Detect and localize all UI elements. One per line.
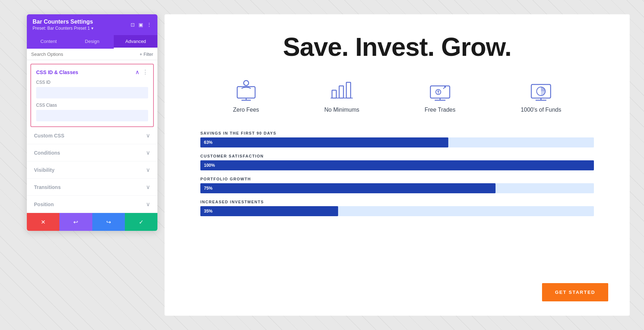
- section-transitions-header[interactable]: Transitions ∨: [27, 179, 157, 195]
- bar-chart-icon: [329, 79, 354, 101]
- redo-icon: ↪: [106, 219, 111, 225]
- panel-title: Bar Counters Settings: [33, 19, 93, 25]
- panel-header-left: Bar Counters Settings Preset: Bar Counte…: [33, 19, 93, 31]
- css-id-input[interactable]: [36, 87, 148, 98]
- filter-plus: +: [140, 52, 142, 57]
- visibility-expand-icon[interactable]: ∨: [146, 166, 150, 173]
- section-conditions-title: Conditions: [34, 150, 60, 156]
- section-css-id-title: CSS ID & Classes: [36, 69, 78, 75]
- panel-search: + Filter: [27, 49, 157, 60]
- section-transitions: Transitions ∨: [27, 179, 157, 196]
- cancel-button[interactable]: ✕: [27, 213, 59, 231]
- conditions-expand-icon[interactable]: ∨: [146, 149, 150, 156]
- svg-rect-6: [346, 82, 351, 98]
- search-input[interactable]: [31, 52, 140, 57]
- css-id-label: CSS ID: [36, 80, 148, 85]
- bar-track-investments: 35%: [200, 206, 594, 216]
- section-css-id-content: CSS ID CSS Class: [31, 80, 153, 126]
- bar-track-portfolio: 75%: [200, 183, 594, 193]
- save-icon: ✓: [139, 219, 143, 225]
- panel-preset-arrow[interactable]: ▾: [91, 26, 93, 31]
- svg-rect-4: [332, 90, 336, 98]
- tab-advanced[interactable]: Advanced: [114, 35, 157, 49]
- panel-scroll[interactable]: CSS ID & Classes ∧ ⋮ CSS ID CSS Class Cu…: [27, 60, 157, 213]
- bar-track-satisfaction: 100%: [200, 160, 594, 170]
- section-visibility: Visibility ∨: [27, 161, 157, 179]
- panel-bottom-bar: ✕ ↩ ↪ ✓: [27, 213, 157, 231]
- position-expand-icon[interactable]: ∨: [146, 201, 150, 208]
- section-visibility-header[interactable]: Visibility ∨: [27, 161, 157, 178]
- section-position: Position ∨: [27, 196, 157, 213]
- section-css-id-header[interactable]: CSS ID & Classes ∧ ⋮: [31, 64, 153, 80]
- panel-tabs: Content Design Advanced: [27, 35, 157, 49]
- svg-point-3: [244, 81, 249, 86]
- css-id-more-icon[interactable]: ⋮: [142, 69, 148, 76]
- money-monitor-icon: [428, 79, 453, 101]
- bar-fill-portfolio: 75%: [200, 183, 496, 193]
- more-icon[interactable]: ⋮: [147, 22, 152, 28]
- bar-row-satisfaction: CUSTOMER SATISFACTION 100%: [200, 154, 594, 170]
- resize-icon[interactable]: ⊡: [131, 22, 135, 28]
- bar-value-savings: 63%: [204, 140, 213, 145]
- content-inner: Save. Invest. Grow. Zero Fees: [165, 14, 630, 316]
- panel-body: CSS ID & Classes ∧ ⋮ CSS ID CSS Class Cu…: [27, 64, 157, 213]
- bar-label-portfolio: PORTFOLIO GROWTH: [200, 177, 594, 181]
- bar-value-portfolio: 75%: [204, 186, 213, 191]
- hero-title: Save. Invest. Grow.: [186, 32, 608, 62]
- bar-value-investments: 35%: [204, 209, 213, 214]
- css-class-input[interactable]: [36, 110, 148, 121]
- feature-funds-label: 1000's of Funds: [521, 107, 561, 113]
- panel-header: Bar Counters Settings Preset: Bar Counte…: [27, 14, 157, 35]
- layout-icon[interactable]: ▣: [138, 22, 143, 28]
- panel-header-right: ⊡ ▣ ⋮: [131, 22, 152, 28]
- pie-monitor-icon: [528, 79, 553, 101]
- feature-free-trades: Free Trades: [425, 79, 455, 113]
- bar-row-investments: INCREASED INVESTMENTS 35%: [200, 200, 594, 216]
- bar-label-investments: INCREASED INVESTMENTS: [200, 200, 594, 204]
- section-css-id-classes: CSS ID & Classes ∧ ⋮ CSS ID CSS Class: [30, 64, 154, 127]
- css-id-collapse-icon[interactable]: ∧: [135, 69, 140, 76]
- bar-row-portfolio: PORTFOLIO GROWTH 75%: [200, 177, 594, 193]
- cancel-icon: ✕: [41, 219, 45, 225]
- feature-no-minimums-label: No Minimums: [325, 107, 360, 113]
- tab-design[interactable]: Design: [70, 35, 114, 49]
- features-row: Zero Fees No Minimums: [186, 79, 608, 113]
- redo-button[interactable]: ↪: [92, 213, 125, 231]
- css-class-label: CSS Class: [36, 103, 148, 108]
- section-position-header[interactable]: Position ∨: [27, 196, 157, 213]
- bar-track-savings: 63%: [200, 137, 594, 147]
- panel-preset: Preset: Bar Counters Preset 1 ▾: [33, 26, 93, 31]
- feature-funds: 1000's of Funds: [521, 79, 561, 113]
- bar-value-satisfaction: 100%: [204, 163, 215, 168]
- section-conditions-header[interactable]: Conditions ∨: [27, 144, 157, 161]
- bar-fill-savings: 63%: [200, 137, 448, 147]
- svg-rect-8: [430, 86, 450, 98]
- feature-zero-fees-label: Zero Fees: [233, 107, 259, 113]
- save-button[interactable]: ✓: [125, 213, 157, 231]
- get-started-button[interactable]: GET STARTED: [542, 283, 608, 301]
- section-css-id-icons: ∧ ⋮: [135, 69, 148, 76]
- undo-button[interactable]: ↩: [59, 213, 92, 231]
- section-position-title: Position: [34, 202, 54, 207]
- filter-button[interactable]: + Filter: [140, 52, 153, 57]
- section-conditions: Conditions ∨: [27, 144, 157, 161]
- section-custom-css: Custom CSS ∨: [27, 127, 157, 144]
- section-custom-css-header[interactable]: Custom CSS ∨: [27, 127, 157, 144]
- section-custom-css-title: Custom CSS: [34, 133, 64, 139]
- panel-preset-text: Preset: Bar Counters Preset 1: [33, 26, 90, 31]
- sidebar-panel: Bar Counters Settings Preset: Bar Counte…: [27, 14, 157, 231]
- bar-row-savings: SAVINGS IN THE FIRST 90 DAYS 63%: [200, 131, 594, 147]
- content-area: Save. Invest. Grow. Zero Fees: [165, 14, 630, 316]
- bar-label-savings: SAVINGS IN THE FIRST 90 DAYS: [200, 131, 594, 135]
- feature-zero-fees: Zero Fees: [233, 79, 259, 113]
- bar-fill-satisfaction: 100%: [200, 160, 594, 170]
- feature-no-minimums: No Minimums: [325, 79, 360, 113]
- transitions-expand-icon[interactable]: ∨: [146, 184, 150, 190]
- section-transitions-title: Transitions: [34, 184, 61, 190]
- person-monitor-icon: [234, 79, 259, 101]
- feature-free-trades-label: Free Trades: [425, 107, 455, 113]
- svg-rect-0: [237, 87, 255, 98]
- custom-css-expand-icon[interactable]: ∨: [146, 132, 150, 139]
- tab-content[interactable]: Content: [27, 35, 70, 49]
- section-visibility-title: Visibility: [34, 167, 54, 173]
